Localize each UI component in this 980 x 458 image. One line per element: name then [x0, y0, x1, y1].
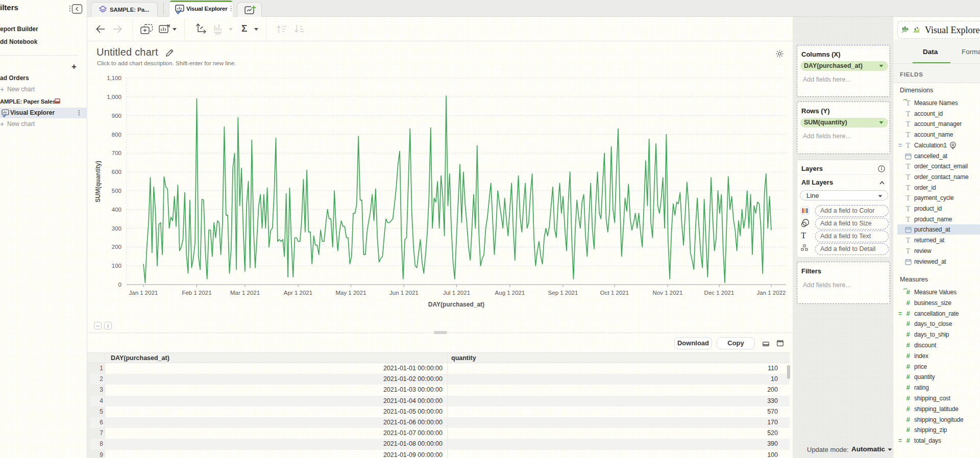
svg-text:0: 0	[118, 282, 121, 288]
svg-text:May 1 2021: May 1 2021	[335, 290, 366, 296]
svg-text:700: 700	[112, 150, 121, 156]
svg-text:Apr 1 2021: Apr 1 2021	[284, 290, 312, 296]
svg-text:200: 200	[112, 244, 121, 250]
svg-text:Sep 1 2021: Sep 1 2021	[548, 290, 578, 296]
svg-text:300: 300	[112, 225, 121, 232]
svg-text:1,100: 1,100	[107, 75, 121, 81]
svg-text:Jan 1 2022: Jan 1 2022	[757, 290, 786, 296]
svg-text:Jun 1 2021: Jun 1 2021	[389, 290, 419, 296]
svg-text:600: 600	[112, 169, 121, 175]
svg-text:Feb 1 2021: Feb 1 2021	[182, 290, 211, 296]
svg-text:800: 800	[112, 132, 121, 138]
svg-text:Jul 1 2021: Jul 1 2021	[443, 290, 470, 296]
svg-text:900: 900	[112, 113, 121, 119]
svg-text:SUM(quantity): SUM(quantity)	[94, 161, 102, 202]
svg-text:Oct 1 2021: Oct 1 2021	[600, 290, 629, 296]
svg-text:Dec 1 2021: Dec 1 2021	[704, 290, 734, 296]
svg-text:1,000: 1,000	[107, 94, 121, 100]
svg-text:Aug 1 2021: Aug 1 2021	[495, 290, 525, 296]
svg-text:400: 400	[112, 207, 121, 213]
svg-text:Nov 1 2021: Nov 1 2021	[653, 290, 683, 296]
svg-text:Jan 1 2021: Jan 1 2021	[129, 290, 158, 296]
svg-text:Mar 1 2021: Mar 1 2021	[230, 290, 260, 296]
svg-text:100: 100	[112, 263, 121, 269]
svg-text:DAY(purchased_at): DAY(purchased_at)	[428, 301, 484, 308]
svg-text:500: 500	[112, 188, 121, 194]
